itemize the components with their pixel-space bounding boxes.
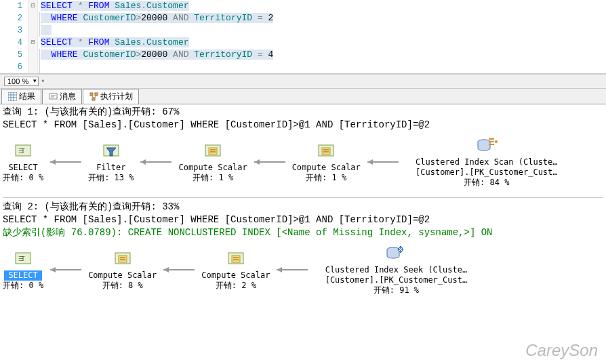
line-number: 4	[0, 37, 28, 49]
node-cost: 开销: 13 %	[88, 173, 134, 183]
query1-plan-row: T☰SELECT开销: 0 %Filter开销: 13 %Compute Sca…	[3, 136, 603, 188]
line-number: 6	[0, 61, 28, 73]
svg-rect-18	[209, 148, 217, 155]
missing-index-hint[interactable]: 缺少索引(影响 76.0789): CREATE NONCLUSTERED IN…	[3, 226, 603, 239]
select-icon: T☰	[12, 249, 35, 269]
query2-plan-row: T☰SELECT开销: 0 %Compute Scalar开销: 8 %Comp…	[3, 243, 603, 296]
node-cost: 开销: 8 %	[102, 281, 143, 291]
node-label: SELECT	[4, 270, 41, 281]
node-label: Filter	[96, 163, 125, 173]
watermark: CareySon	[525, 341, 598, 360]
code-text[interactable]: WHERE CustomerID>20000 AND TerritoryID =…	[38, 12, 273, 24]
code-text[interactable]: SELECT * FROM Sales.Customer	[38, 37, 189, 49]
code-text[interactable]	[38, 61, 41, 73]
seek-icon	[384, 243, 407, 264]
code-line[interactable]: 1⊟SELECT * FROM Sales.Customer	[0, 0, 606, 12]
line-number: 3	[0, 24, 28, 37]
code-text[interactable]: WHERE CustomerID>20000 AND TerritoryID =…	[38, 49, 273, 61]
plan-node-select[interactable]: T☰SELECT开销: 0 %	[3, 249, 43, 291]
zoom-dropdown[interactable]: 100 %	[4, 77, 39, 86]
node-label: Compute Scalar	[178, 163, 247, 173]
execution-plan-pane[interactable]: 查询 1: (与该批有关的)查询开销: 67% SELECT * FROM [S…	[0, 104, 606, 306]
node-cost: 开销: 0 %	[3, 173, 43, 183]
plan-node-compute[interactable]: Compute Scalar开销: 1 %	[292, 141, 361, 183]
plan-arrow	[49, 265, 83, 275]
code-text[interactable]	[38, 24, 52, 37]
svg-rect-0	[8, 92, 17, 101]
tab-results[interactable]: 结果	[1, 89, 41, 104]
node-cost: 开销: 91 %	[373, 285, 419, 296]
node-label: Compute Scalar	[88, 270, 157, 281]
fold-toggle	[28, 61, 38, 73]
node-label: SELECT	[8, 163, 37, 173]
tab-execution-plan[interactable]: 执行计划	[83, 89, 139, 104]
svg-rect-35	[232, 256, 240, 262]
plan-arrow	[253, 157, 287, 167]
fold-toggle[interactable]: ⊟	[28, 37, 38, 49]
tab-messages-label: 消息	[60, 91, 76, 102]
svg-point-26	[495, 140, 498, 143]
tab-results-label: 结果	[19, 91, 35, 102]
fold-toggle[interactable]: ⊟	[28, 0, 38, 12]
plan-separator	[3, 197, 603, 198]
fold-toggle	[28, 12, 38, 24]
svg-text:☰: ☰	[18, 148, 24, 155]
node-cost: 开销: 0 %	[3, 281, 43, 291]
node-cost: 开销: 2 %	[216, 281, 256, 291]
fold-toggle	[28, 49, 38, 61]
zoom-bar: 100 % •	[0, 74, 606, 89]
grid-icon	[7, 92, 17, 102]
plan-node-filter[interactable]: Filter开销: 13 %	[88, 141, 134, 183]
node-label: Compute Scalar	[201, 270, 270, 281]
svg-text:☰: ☰	[18, 256, 24, 262]
line-number: 5	[0, 49, 28, 61]
compute-icon	[111, 249, 134, 269]
node-label: Clustered Index Seek (Cluste…	[325, 265, 468, 275]
plan-node-compute[interactable]: Compute Scalar开销: 1 %	[178, 141, 247, 183]
sql-editor[interactable]: 1⊟SELECT * FROM Sales.Customer2 WHERE Cu…	[0, 0, 606, 74]
code-line[interactable]: 5 WHERE CustomerID>20000 AND TerritoryID…	[0, 49, 606, 61]
node-sublabel: [Customer].[PK_Customer_Cust…	[325, 275, 468, 285]
query2-sql: SELECT * FROM [Sales].[Customer] WHERE […	[3, 214, 603, 226]
plan-node-select[interactable]: T☰SELECT开销: 0 %	[3, 141, 43, 183]
svg-rect-31	[119, 256, 127, 262]
plan-arrow	[162, 265, 196, 275]
svg-rect-9	[95, 93, 98, 96]
plan-node-compute[interactable]: Compute Scalar开销: 2 %	[201, 249, 270, 291]
zoom-dot-icon: •	[41, 77, 44, 86]
scan-icon	[475, 136, 498, 156]
query1-header: 查询 1: (与该批有关的)查询开销: 67%	[3, 106, 603, 119]
plan-arrow	[366, 157, 400, 167]
tab-plan-label: 执行计划	[100, 91, 133, 102]
line-number: 2	[0, 12, 28, 24]
plan-icon	[89, 92, 98, 102]
code-line[interactable]: 3	[0, 24, 606, 37]
message-icon	[48, 92, 58, 102]
results-tabs: 结果 消息 执行计划	[0, 89, 606, 104]
plan-arrow	[49, 157, 83, 167]
compute-icon	[201, 141, 224, 161]
code-line[interactable]: 4⊟SELECT * FROM Sales.Customer	[0, 37, 606, 49]
plan-arrow	[139, 157, 173, 167]
code-text[interactable]: SELECT * FROM Sales.Customer	[38, 0, 189, 12]
compute-icon	[224, 249, 247, 269]
compute-icon	[315, 141, 338, 161]
tab-messages[interactable]: 消息	[42, 89, 82, 104]
node-label: Clustered Index Scan (Cluste…	[416, 157, 558, 167]
fold-toggle	[28, 24, 38, 37]
plan-node-compute[interactable]: Compute Scalar开销: 8 %	[88, 249, 157, 291]
query1-sql: SELECT * FROM [Sales].[Customer] WHERE […	[3, 119, 603, 132]
svg-rect-22	[322, 148, 330, 155]
node-cost: 开销: 1 %	[193, 173, 233, 183]
code-line[interactable]: 6	[0, 61, 606, 73]
plan-arrow	[275, 265, 309, 275]
plan-node-seek[interactable]: Clustered Index Seek (Cluste…[Customer].…	[315, 243, 477, 296]
svg-rect-5	[49, 94, 57, 99]
node-cost: 开销: 1 %	[306, 173, 346, 183]
node-label: Compute Scalar	[292, 163, 361, 173]
line-number: 1	[0, 0, 28, 12]
plan-node-scan[interactable]: Clustered Index Scan (Cluste…[Customer].…	[405, 136, 568, 188]
node-sublabel: [Customer].[PK_Customer_Cust…	[416, 167, 558, 178]
code-line[interactable]: 2 WHERE CustomerID>20000 AND TerritoryID…	[0, 12, 606, 24]
filter-icon	[100, 141, 123, 161]
